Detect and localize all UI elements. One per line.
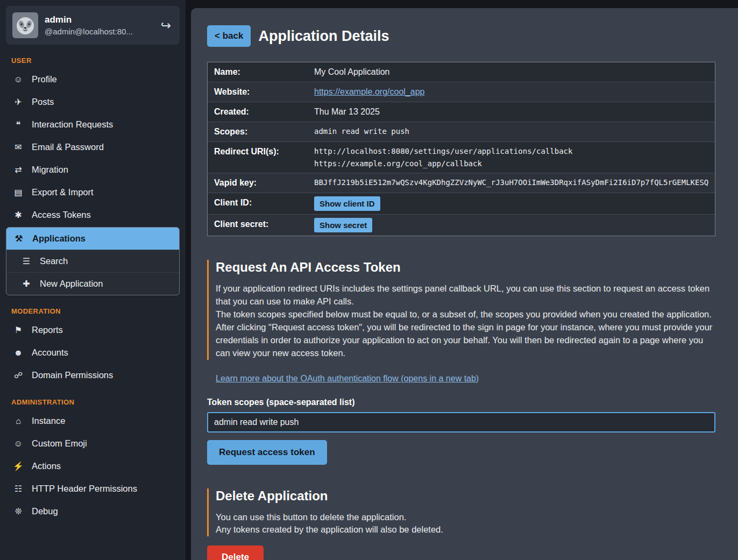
row-label: Created: <box>208 102 310 122</box>
plus-icon: ✚ <box>21 279 32 289</box>
sidebar-item-posts[interactable]: ✈ Posts <box>6 91 180 113</box>
sidebar-item-label: Instance <box>32 416 65 426</box>
sidebar-item-label: Actions <box>32 461 61 471</box>
website-link[interactable]: https://example.org/cool_app <box>314 87 424 96</box>
table-row-client-id: Client ID: Show client ID <box>208 193 715 215</box>
row-value: admin read write push <box>310 122 414 140</box>
section-label-moderation: MODERATION <box>11 307 174 315</box>
redirect-uri-1: http://localhost:8080/settings/user/appl… <box>314 147 572 155</box>
show-secret-button[interactable]: Show secret <box>314 218 372 232</box>
row-label: Client ID: <box>208 193 310 212</box>
sidebar-item-actions[interactable]: ⚡ Actions <box>6 455 180 477</box>
row-label: Name: <box>208 62 310 82</box>
row-label: Website: <box>208 82 310 102</box>
main-panel: < back Application Details Name: My Cool… <box>191 8 738 560</box>
user-card: admin @admin@localhost:80... ↪ <box>6 6 180 45</box>
sidebar-item-label: Interaction Requests <box>32 119 113 130</box>
table-row-redirect-uris: Redirect URI(s): http://localhost:8080/s… <box>208 142 715 173</box>
sidebar-item-label: Search <box>40 256 68 266</box>
paper-plane-icon: ✈ <box>13 97 24 107</box>
user-handle: @admin@localhost:80... <box>45 27 133 36</box>
sidebar-item-label: Export & Import <box>32 187 94 197</box>
sidebar-item-label: Email & Password <box>32 142 104 152</box>
floppy-disk-icon: ▤ <box>13 187 24 197</box>
sidebar-item-label: Migration <box>32 165 68 175</box>
user-meta: admin @admin@localhost:80... <box>45 15 133 36</box>
redirect-uri-2: https://example.org/cool_app/callback <box>314 159 572 168</box>
table-row-website: Website: https://example.org/cool_app <box>208 82 715 102</box>
token-scopes-label: Token scopes (space-separated list) <box>207 398 715 407</box>
profile-icon: ☺ <box>13 75 24 84</box>
delete-button[interactable]: Delete <box>207 545 264 560</box>
table-row-created: Created: Thu Mar 13 2025 <box>208 102 715 122</box>
oauth-docs-link[interactable]: Learn more about the OAuth authenticatio… <box>216 374 479 384</box>
row-value: BBJffJ219b5iE512m7wQSzv4KgKDhgZZVzNyWC_r… <box>310 173 713 192</box>
table-row-name: Name: My Cool Application <box>208 62 715 82</box>
tools-icon: ⚒ <box>13 233 24 244</box>
users-icon: ☻ <box>13 348 24 358</box>
logout-icon[interactable]: ↪ <box>159 17 173 34</box>
page-header: < back Application Details <box>207 25 715 47</box>
list-icon: ☰ <box>21 256 32 266</box>
avatar <box>12 12 38 38</box>
sidebar-item-access-tokens[interactable]: ✱ Access Tokens <box>6 204 180 226</box>
bolt-icon: ⚡ <box>13 461 24 471</box>
sidebar-item-debug[interactable]: ❊ Debug <box>6 500 180 522</box>
sidebar: admin @admin@localhost:80... ↪ USER ☺ Pr… <box>0 0 186 560</box>
arrows-icon: ⇄ <box>13 165 24 175</box>
application-details-table: Name: My Cool Application Website: https… <box>207 62 715 236</box>
sidebar-item-label: Debug <box>32 506 58 516</box>
sidebar-item-reports[interactable]: ⚑ Reports <box>6 319 180 341</box>
sidebar-item-label: Applications <box>32 233 86 244</box>
row-value: My Cool Application <box>310 62 394 82</box>
applications-group: ⚒ Applications ☰ Search ✚ New Applicatio… <box>6 227 180 295</box>
sidebar-item-domain-permissions[interactable]: ☍ Domain Permissions <box>6 364 180 386</box>
table-row-client-secret: Client secret: Show secret <box>208 215 715 236</box>
speech-bubble-icon: ❝ <box>13 119 24 130</box>
page-title: Application Details <box>258 28 389 45</box>
sidebar-item-applications[interactable]: ⚒ Applications <box>6 228 179 250</box>
table-row-scopes: Scopes: admin read write push <box>208 122 715 142</box>
smiley-icon: ☺ <box>13 439 24 449</box>
request-token-paragraph-1: If your application redirect URIs includ… <box>216 282 715 308</box>
sidebar-item-custom-emoji[interactable]: ☺ Custom Emoji <box>6 433 180 455</box>
user-name: admin <box>45 15 133 25</box>
bug-icon: ❊ <box>13 506 24 516</box>
request-token-paragraph-2: The token scopes specified below must be… <box>216 308 715 321</box>
token-scopes-input[interactable] <box>207 412 715 433</box>
back-button[interactable]: < back <box>207 25 251 47</box>
share-nodes-icon: ☍ <box>13 370 24 380</box>
row-label: Client secret: <box>208 215 310 234</box>
sidebar-item-export-import[interactable]: ▤ Export & Import <box>6 181 180 203</box>
sidebar-item-label: Reports <box>32 325 63 335</box>
row-value: Thu Mar 13 2025 <box>310 102 384 122</box>
flag-icon: ⚑ <box>13 325 24 335</box>
row-label: Scopes: <box>208 122 310 141</box>
sidebar-item-migration[interactable]: ⇄ Migration <box>6 159 180 181</box>
request-access-token-button[interactable]: Request access token <box>207 440 327 465</box>
envelope-icon: ✉ <box>13 142 24 152</box>
sidebar-item-http-header-permissions[interactable]: ☷ HTTP Header Permissions <box>6 478 180 500</box>
row-label: Vapid key: <box>208 173 310 193</box>
sidebar-item-label: New Application <box>40 279 103 289</box>
sidebar-item-label: Custom Emoji <box>32 438 87 449</box>
sidebar-item-email-password[interactable]: ✉ Email & Password <box>6 136 180 158</box>
sidebar-item-profile[interactable]: ☺ Profile <box>6 68 180 90</box>
sidebar-item-new-application[interactable]: ✚ New Application <box>6 272 179 295</box>
sidebar-item-instance[interactable]: ⌂ Instance <box>6 410 180 432</box>
row-label: Redirect URI(s): <box>208 142 310 161</box>
sidebar-item-label: Domain Permissions <box>32 370 113 380</box>
request-token-title: Request An API Access Token <box>216 260 715 275</box>
delete-line-2: Any tokens created by the application wi… <box>216 523 715 536</box>
delete-application-title: Delete Application <box>216 488 715 504</box>
show-client-id-button[interactable]: Show client ID <box>314 196 380 211</box>
sidebar-item-applications-search[interactable]: ☰ Search <box>6 250 179 272</box>
header-lines-icon: ☷ <box>13 484 24 494</box>
section-label-user: USER <box>11 56 174 65</box>
delete-application-section: Delete Application You can use this butt… <box>207 488 715 537</box>
sidebar-item-label: HTTP Header Permissions <box>32 484 137 494</box>
sidebar-item-accounts[interactable]: ☻ Accounts <box>6 342 180 364</box>
sidebar-item-interaction-requests[interactable]: ❝ Interaction Requests <box>6 114 180 136</box>
sidebar-item-label: Posts <box>32 97 54 107</box>
sidebar-item-label: Accounts <box>32 348 68 358</box>
